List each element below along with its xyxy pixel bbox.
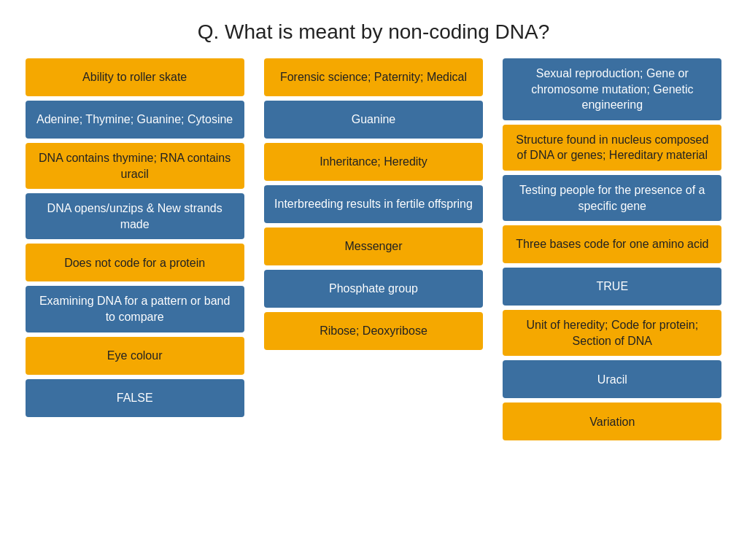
card-c1-2: Adenine; Thymine; Guanine; Cytosine <box>26 101 244 139</box>
column-1: Ability to roller skateAdenine; Thymine;… <box>26 58 244 440</box>
card-c3-7: Uracil <box>503 360 721 398</box>
card-c2-5: Messenger <box>264 228 483 265</box>
card-c1-5: Does not code for a protein <box>26 244 244 281</box>
card-c3-8: Variation <box>503 402 721 440</box>
card-c1-6: Examining DNA for a pattern or band to c… <box>26 286 244 332</box>
card-c3-3: Testing people for the presence of a spe… <box>503 175 721 221</box>
columns-wrapper: Ability to roller skateAdenine; Thymine;… <box>0 58 747 440</box>
card-c2-6: Phosphate group <box>264 270 483 308</box>
card-c3-5: TRUE <box>503 268 721 306</box>
card-c2-1: Forensic science; Paternity; Medical <box>264 58 483 96</box>
card-c2-3: Inheritance; Heredity <box>264 143 483 181</box>
page-title: Q. What is meant by non-coding DNA? <box>0 0 747 58</box>
card-c2-2: Guanine <box>264 101 483 139</box>
card-c2-7: Ribose; Deoxyribose <box>264 312 483 350</box>
card-c3-4: Three bases code for one amino acid <box>503 225 721 263</box>
card-c1-1: Ability to roller skate <box>26 58 244 96</box>
column-2: Forensic science; Paternity; MedicalGuan… <box>264 58 483 440</box>
card-c2-4: Interbreeding results in fertile offspri… <box>264 185 483 223</box>
card-c3-1: Sexual reproduction; Gene or chromosome … <box>503 58 721 120</box>
card-c3-2: Structure found in nucleus composed of D… <box>503 125 721 171</box>
card-c1-8: FALSE <box>26 379 244 417</box>
card-c1-7: Eye colour <box>26 337 244 375</box>
card-c1-4: DNA opens/unzips & New strands made <box>26 193 244 239</box>
card-c3-6: Unit of heredity; Code for protein; Sect… <box>503 310 721 356</box>
card-c1-3: DNA contains thymine; RNA contains uraci… <box>26 143 244 189</box>
column-3: Sexual reproduction; Gene or chromosome … <box>503 58 721 440</box>
